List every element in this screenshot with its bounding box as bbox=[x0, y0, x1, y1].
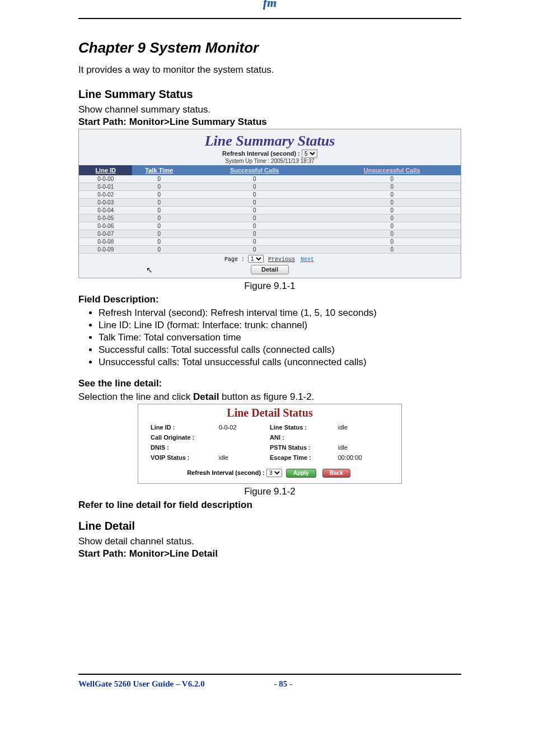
figure-line-summary: Line Summary Status Refresh Interval (se… bbox=[78, 129, 461, 278]
start-path-2: Start Path: Monitor>Line Detail bbox=[78, 548, 461, 559]
refer-line: Refer to line detail for field descripti… bbox=[78, 500, 461, 511]
refresh-interval-select-2[interactable]: 3 bbox=[266, 469, 282, 477]
table-row[interactable]: 0-0-00000 bbox=[79, 175, 461, 183]
col-talk-time[interactable]: Talk Time bbox=[132, 165, 185, 175]
section2-heading: Line Detail bbox=[78, 520, 461, 533]
page-select[interactable]: 1 bbox=[248, 255, 264, 263]
val-voip: idle bbox=[219, 454, 270, 461]
system-uptime: System Up Time : 2005/11/13 18:37 bbox=[79, 158, 461, 165]
detail-button[interactable]: Detail bbox=[251, 265, 289, 274]
lbl-line-id: Line ID : bbox=[151, 424, 219, 431]
figure-line-detail: Line Detail Status Line ID : 0-0-02 Line… bbox=[138, 404, 402, 484]
cursor-icon: ↖ bbox=[146, 265, 153, 274]
table-row[interactable]: 0-0-02000 bbox=[79, 191, 461, 199]
col-unsuccess[interactable]: Unsuccessful Calls bbox=[323, 165, 461, 175]
lss-refresh-row: Refresh Interval (second) : 5 bbox=[79, 150, 461, 158]
list-item: Talk Time: Total conversation time bbox=[99, 332, 461, 343]
val-pstn: idle bbox=[338, 444, 389, 451]
lds-title: Line Detail Status bbox=[138, 407, 401, 419]
table-row[interactable]: 0-0-06000 bbox=[79, 222, 461, 230]
col-line-id[interactable]: Line ID bbox=[79, 165, 132, 175]
val-dnis bbox=[219, 444, 270, 451]
figure-caption-2: Figure 9.1-2 bbox=[78, 486, 461, 497]
page-footer: WellGate 5260 User Guide – V6.2.0 - 85 - bbox=[78, 674, 461, 689]
start-path: Start Path: Monitor>Line Summary Status bbox=[78, 116, 461, 128]
section2-desc: Show detail channel status. bbox=[78, 536, 461, 547]
table-row[interactable]: 0-0-01000 bbox=[79, 183, 461, 191]
lbl-dnis: DNIS : bbox=[151, 444, 219, 451]
field-desc-list: Refresh Interval (second): Refresh inter… bbox=[78, 307, 461, 368]
table-row[interactable]: 0-0-05000 bbox=[79, 214, 461, 222]
list-item: Unsuccessful calls: Total unsuccessful c… bbox=[99, 357, 461, 368]
list-item: Line ID: Line ID (format: Interface: tru… bbox=[99, 320, 461, 331]
table-row[interactable]: 0-0-07000 bbox=[79, 230, 461, 238]
col-success[interactable]: Successful Calls bbox=[186, 165, 324, 175]
figure-caption: Figure 9.1-1 bbox=[78, 281, 461, 292]
lbl-ani: ANI : bbox=[270, 434, 338, 441]
val-line-status: idle bbox=[338, 424, 389, 431]
header-rule bbox=[78, 18, 461, 19]
val-escape: 00:00:00 bbox=[338, 454, 389, 461]
table-row[interactable]: 0-0-09000 bbox=[79, 246, 461, 254]
previous-link[interactable]: Previous bbox=[268, 256, 295, 263]
val-ani bbox=[338, 434, 389, 441]
section-heading: Line Summary Status bbox=[78, 88, 461, 101]
val-line-id: 0-0-02 bbox=[219, 424, 270, 431]
list-item: Successful calls: Total successful calls… bbox=[99, 344, 461, 356]
lss-title: Line Summary Status bbox=[79, 129, 461, 150]
lbl-call-orig: Call Originate : bbox=[151, 434, 219, 441]
table-row[interactable]: 0-0-04000 bbox=[79, 207, 461, 214]
chapter-title: Chapter 9 System Monitor bbox=[78, 39, 461, 57]
field-desc-heading: Field Description: bbox=[78, 294, 461, 305]
see-detail-heading: See the line detail: bbox=[78, 378, 461, 389]
back-button[interactable]: Back bbox=[322, 469, 350, 478]
lbl-escape: Escape Time : bbox=[270, 454, 338, 461]
val-call-orig bbox=[219, 434, 270, 441]
next-link[interactable]: Next bbox=[301, 256, 314, 263]
lbl-voip: VOIP Status : bbox=[151, 454, 219, 461]
line-summary-table: Line ID Talk Time Successful Calls Unsuc… bbox=[79, 165, 461, 254]
see-detail-line: Selection the line and click Detail butt… bbox=[78, 391, 461, 403]
brand-logo: fm bbox=[263, 0, 277, 10]
table-row[interactable]: 0-0-08000 bbox=[79, 238, 461, 246]
lbl-pstn: PSTN Status : bbox=[270, 444, 338, 451]
refresh-interval-select[interactable]: 5 bbox=[302, 150, 317, 158]
lss-footer: ↖ Page : 1 Previous Next Detail bbox=[79, 254, 461, 278]
table-row[interactable]: 0-0-03000 bbox=[79, 199, 461, 207]
list-item: Refresh Interval (second): Refresh inter… bbox=[99, 307, 461, 319]
lbl-line-status: Line Status : bbox=[270, 424, 338, 431]
section-desc: Show channel summary status. bbox=[78, 104, 461, 115]
intro-text: It provides a way to monitor the system … bbox=[78, 64, 461, 76]
apply-button[interactable]: Apply bbox=[286, 469, 316, 478]
